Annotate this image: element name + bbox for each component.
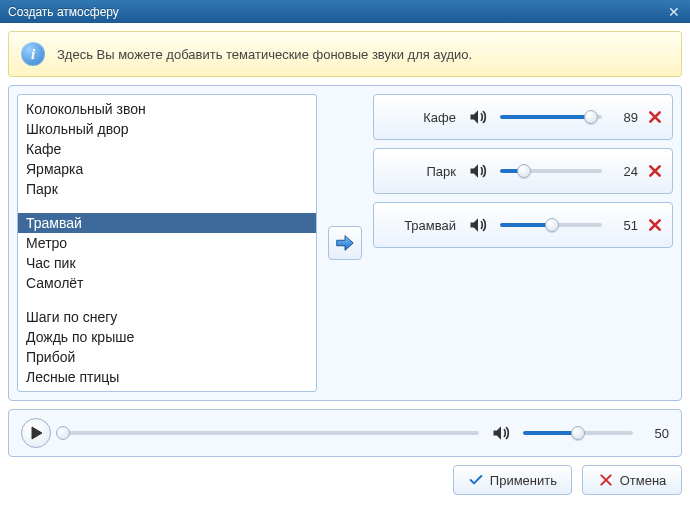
- info-banner: i Здесь Вы можете добавить тематические …: [8, 31, 682, 77]
- title-bar: Создать атмосферу ✕: [0, 0, 690, 23]
- track-name: Кафе: [382, 110, 460, 125]
- track-volume-value: 89: [614, 110, 638, 125]
- list-item[interactable]: Парк: [18, 179, 316, 199]
- list-item[interactable]: Дождь по крыше: [18, 327, 316, 347]
- slider-thumb[interactable]: [584, 110, 598, 124]
- speaker-icon[interactable]: [468, 215, 488, 235]
- track-name: Трамвай: [382, 218, 460, 233]
- player-bar: 50: [8, 409, 682, 457]
- track-row: Кафе89: [373, 94, 673, 140]
- cancel-button[interactable]: Отмена: [582, 465, 682, 495]
- apply-label: Применить: [490, 473, 557, 488]
- check-icon: [468, 472, 484, 488]
- track-volume-slider[interactable]: [500, 215, 602, 235]
- list-item[interactable]: Ярмарка: [18, 159, 316, 179]
- list-item[interactable]: Самолёт: [18, 273, 316, 293]
- info-text: Здесь Вы можете добавить тематические фо…: [57, 47, 472, 62]
- window-title: Создать атмосферу: [8, 5, 119, 19]
- track-volume-value: 51: [614, 218, 638, 233]
- remove-button[interactable]: [646, 216, 664, 234]
- volume-thumb[interactable]: [571, 426, 585, 440]
- slider-thumb[interactable]: [517, 164, 531, 178]
- footer: Применить Отмена: [0, 465, 690, 505]
- list-item[interactable]: Колокольный звон: [18, 99, 316, 119]
- list-spacer: [18, 199, 316, 213]
- arrow-column: [325, 226, 365, 260]
- arrow-right-icon: [334, 232, 356, 254]
- slider-thumb[interactable]: [545, 218, 559, 232]
- track-volume-slider[interactable]: [500, 161, 602, 181]
- speaker-icon[interactable]: [468, 107, 488, 127]
- apply-button[interactable]: Применить: [453, 465, 572, 495]
- info-icon: i: [21, 42, 45, 66]
- close-icon[interactable]: ✕: [666, 4, 682, 20]
- list-spacer: [18, 293, 316, 307]
- selected-tracks: Кафе89Парк24Трамвай51: [373, 94, 673, 392]
- cancel-label: Отмена: [620, 473, 667, 488]
- track-name: Парк: [382, 164, 460, 179]
- volume-slider[interactable]: [523, 423, 633, 443]
- progress-slider[interactable]: [63, 423, 479, 443]
- list-item[interactable]: Прибой: [18, 347, 316, 367]
- dialog-window: Создать атмосферу ✕ i Здесь Вы можете до…: [0, 0, 690, 505]
- list-item[interactable]: Школьный двор: [18, 119, 316, 139]
- track-row: Парк24: [373, 148, 673, 194]
- body-panel: Колокольный звонШкольный дворКафеЯрмарка…: [8, 85, 682, 401]
- list-item[interactable]: Лесные птицы: [18, 367, 316, 387]
- play-button[interactable]: [21, 418, 51, 448]
- list-item[interactable]: Шаги по снегу: [18, 307, 316, 327]
- list-item[interactable]: Кафе: [18, 139, 316, 159]
- volume-value: 50: [645, 426, 669, 441]
- track-volume-slider[interactable]: [500, 107, 602, 127]
- speaker-icon[interactable]: [468, 161, 488, 181]
- list-item[interactable]: Трамвай: [18, 213, 316, 233]
- sound-list[interactable]: Колокольный звонШкольный дворКафеЯрмарка…: [17, 94, 317, 392]
- list-item[interactable]: Метро: [18, 233, 316, 253]
- add-button[interactable]: [328, 226, 362, 260]
- track-volume-value: 24: [614, 164, 638, 179]
- list-item[interactable]: Час пик: [18, 253, 316, 273]
- play-icon: [31, 426, 43, 440]
- content-area: i Здесь Вы можете добавить тематические …: [0, 23, 690, 505]
- remove-button[interactable]: [646, 162, 664, 180]
- remove-button[interactable]: [646, 108, 664, 126]
- speaker-icon[interactable]: [491, 423, 511, 443]
- cancel-icon: [598, 472, 614, 488]
- progress-thumb[interactable]: [56, 426, 70, 440]
- track-row: Трамвай51: [373, 202, 673, 248]
